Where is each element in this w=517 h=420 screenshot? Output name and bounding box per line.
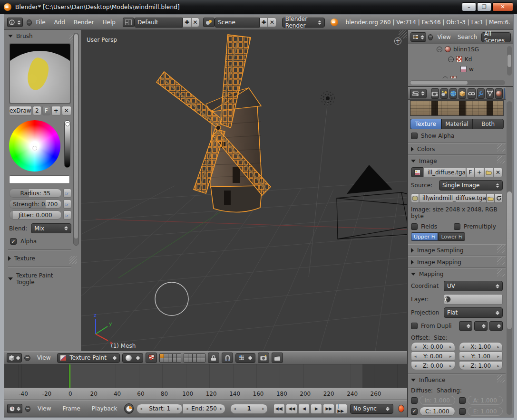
frame-start-field[interactable]: ◂Start: 1▸ [137, 404, 183, 414]
windmill-object[interactable] [156, 35, 271, 212]
panel-grip[interactable] [69, 256, 77, 264]
image-sampling-panel-header[interactable]: Image Sampling [408, 244, 506, 256]
timeline-band[interactable] [4, 364, 407, 388]
outliner-display-mode-select[interactable]: All Scenes [481, 32, 511, 42]
tab-texture-active-sliver[interactable] [504, 88, 505, 99]
tab-constraints[interactable] [468, 88, 476, 99]
viewport-3d[interactable]: z y x User Persp + (1) Mesh [81, 30, 407, 351]
timeline-view-menu[interactable]: View [38, 405, 51, 412]
camera-object[interactable] [337, 165, 407, 239]
texture-shield-button[interactable] [146, 353, 157, 363]
outliner-vertical-scrollbar[interactable] [507, 46, 512, 76]
pack-image-button[interactable] [411, 193, 419, 203]
value-slider[interactable] [64, 120, 70, 168]
timeline-frame-menu[interactable]: Frame [62, 405, 80, 412]
delete-scene-button[interactable]: ✕ [268, 18, 276, 27]
collapse-icon[interactable]: − [448, 57, 454, 62]
add-brush-button[interactable]: + [51, 106, 61, 115]
layer-cell[interactable] [193, 354, 196, 358]
strength-slider[interactable]: Strength: 0.700 [9, 200, 62, 209]
brush-name-button[interactable]: exDraw [9, 106, 32, 115]
render-opengl-button[interactable] [258, 353, 269, 363]
layer-cell[interactable] [173, 354, 176, 358]
layer-cell[interactable] [197, 354, 201, 358]
maximize-button[interactable]: ❐ [477, 2, 491, 11]
tab-modifiers[interactable] [477, 88, 485, 99]
lower-first-button[interactable]: Lower Fi [438, 232, 465, 241]
editor-type-button-properties[interactable] [410, 89, 427, 98]
image-panel-header[interactable]: Image [408, 157, 506, 167]
image-filepath-field[interactable]: ill\windmill_diffuse.tga [419, 193, 487, 203]
layers-widget-group1[interactable] [159, 353, 181, 363]
delete-layout-button[interactable]: ✕ [191, 18, 199, 27]
jitter-slider[interactable]: Jitter: 0.000 [9, 210, 62, 220]
layer-cell[interactable] [201, 358, 205, 362]
minimize-button[interactable]: – [462, 2, 476, 11]
intensity-field[interactable]: In: 1.000 [419, 396, 455, 405]
emit-field[interactable]: E: 1.000 [468, 407, 503, 416]
lamp-object[interactable] [309, 92, 334, 277]
size-y-field[interactable]: ◂Y: 1.00▸ [459, 352, 503, 361]
scene-icon-button[interactable] [203, 18, 215, 27]
tab-object[interactable] [458, 88, 466, 99]
timeline-ruler[interactable]: -40-200204060801001201401601802002202402… [4, 388, 407, 400]
colors-panel-header[interactable]: Colors [408, 143, 506, 154]
size-z-field[interactable]: ◂Z: 1.00▸ [459, 361, 503, 370]
layer-cell[interactable] [160, 354, 164, 358]
menu-help[interactable]: Help [103, 19, 116, 26]
tab-object-data[interactable] [486, 88, 494, 99]
value-slider-handle[interactable] [65, 122, 69, 126]
layer-cell[interactable] [197, 358, 201, 362]
unlink-brush-button[interactable]: ✕ [62, 106, 71, 115]
properties-scrollbar[interactable] [507, 101, 512, 415]
collapse-icon[interactable]: − [442, 76, 448, 79]
shading-alpha-field[interactable]: A: 1.000 [468, 396, 503, 405]
render-engine-select[interactable]: Blender Render [282, 18, 325, 28]
preview-material-button[interactable]: Material [441, 119, 473, 129]
collapse-menus-button[interactable]: − [25, 406, 30, 412]
offset-x-field[interactable]: ◂X: 0.00▸ [411, 342, 455, 351]
image-datablock-icon-button[interactable] [411, 167, 423, 177]
show-alpha-checkbox[interactable] [411, 133, 418, 139]
preview-both-button[interactable]: Both [472, 119, 504, 129]
auto-keyframe-record-button[interactable] [398, 405, 404, 412]
toolshelf-scrollbar[interactable] [73, 33, 79, 246]
color-wheel-cursor[interactable] [33, 146, 37, 150]
axis-z-select[interactable] [489, 321, 503, 331]
menu-add[interactable]: Add [54, 19, 65, 26]
tab-scene[interactable] [440, 88, 448, 99]
size-x-field[interactable]: ◂X: 1.00▸ [459, 342, 503, 351]
play-button[interactable]: ▶ [311, 404, 322, 414]
screen-layout-name-field[interactable]: Default [134, 18, 183, 28]
strength-pressure-button[interactable]: ☞ [63, 200, 72, 209]
jump-to-end-button[interactable]: |▶▶ [335, 404, 347, 414]
outliner-search-menu[interactable]: Search [458, 34, 477, 40]
tab-render[interactable] [431, 88, 439, 99]
axis-x-select[interactable] [459, 321, 472, 331]
lock-layers-button[interactable] [208, 353, 219, 363]
jitter-pressure-button[interactable]: ☞ [63, 210, 72, 220]
layer-cell[interactable] [188, 354, 192, 358]
layer-cell[interactable] [201, 354, 205, 358]
radius-pressure-button[interactable]: ☞ [63, 189, 72, 198]
add-layout-button[interactable]: ✚ [183, 18, 191, 27]
axis-y-select[interactable] [474, 321, 488, 331]
layer-cell[interactable] [164, 358, 168, 362]
frame-end-field[interactable]: ◂End: 250▸ [183, 404, 225, 414]
titlebar[interactable]: Blender* [C:\Users\Dan\Desktop\Models\wi… [0, 0, 517, 14]
alpha-checkbox[interactable]: ✓ [10, 238, 17, 245]
viewport-corner-grip[interactable] [399, 30, 407, 38]
editor-type-button-timeline[interactable] [7, 404, 22, 413]
brush-panel-header[interactable]: Brush [8, 33, 71, 39]
properties-region-expand-icon[interactable]: + [394, 38, 401, 45]
next-keyframe-button[interactable]: ▶▶ [323, 404, 334, 414]
image-fake-user-button[interactable]: F [466, 168, 475, 177]
layer-cell[interactable] [184, 358, 188, 362]
image-name-field[interactable]: ill_diffuse.tga [423, 168, 466, 177]
timeline-playback-menu[interactable]: Playback [92, 405, 117, 412]
shading-alpha-checkbox[interactable] [459, 397, 466, 404]
brush-users-button[interactable]: 2 [33, 106, 41, 115]
layer-cell[interactable] [177, 358, 181, 362]
image-new-button[interactable]: + [475, 168, 484, 177]
outliner-row-partial[interactable]: − [408, 74, 513, 78]
